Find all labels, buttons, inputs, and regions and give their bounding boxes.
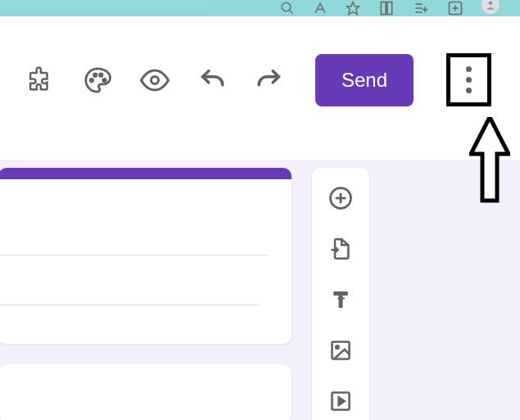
- undo-icon[interactable]: [197, 65, 228, 96]
- reading-list-icon[interactable]: [413, 0, 429, 16]
- star-icon[interactable]: [346, 1, 360, 16]
- svg-rect-4: [387, 2, 392, 15]
- form-header-toolbar: Send: [0, 16, 520, 160]
- addons-icon[interactable]: [25, 65, 56, 96]
- more-vertical-icon: [466, 66, 472, 93]
- svg-point-15: [93, 73, 96, 75]
- svg-line-1: [289, 10, 293, 14]
- redo-icon[interactable]: [254, 65, 285, 96]
- question-toolbar: [312, 168, 369, 420]
- svg-point-17: [103, 79, 106, 81]
- form-title-card[interactable]: [0, 168, 292, 344]
- svg-rect-3: [381, 2, 386, 15]
- profile-avatar[interactable]: [482, 0, 500, 14]
- zoom-icon[interactable]: [280, 1, 295, 16]
- add-image-icon[interactable]: [328, 338, 353, 363]
- send-button[interactable]: Send: [315, 54, 414, 106]
- preview-icon[interactable]: [139, 65, 170, 96]
- text-size-icon[interactable]: [313, 1, 328, 16]
- svg-marker-2: [347, 2, 359, 15]
- new-tab-icon[interactable]: [447, 0, 463, 16]
- form-description-input[interactable]: [0, 305, 259, 305]
- add-video-icon[interactable]: [328, 389, 353, 413]
- svg-marker-19: [471, 117, 509, 201]
- import-questions-icon[interactable]: [328, 237, 353, 261]
- svg-point-16: [100, 73, 102, 75]
- add-question-icon[interactable]: [328, 186, 353, 210]
- annotation-arrow-icon: [469, 117, 510, 203]
- svg-point-14: [90, 79, 93, 81]
- svg-point-18: [151, 76, 159, 84]
- svg-marker-26: [339, 397, 345, 404]
- form-accent-bar: [0, 168, 292, 179]
- palette-icon[interactable]: [82, 65, 113, 96]
- svg-point-24: [336, 345, 339, 349]
- browser-bar: [0, 0, 520, 16]
- reader-icon[interactable]: [378, 0, 395, 16]
- form-question-card[interactable]: [0, 364, 292, 420]
- svg-point-0: [282, 2, 291, 11]
- add-title-icon[interactable]: [328, 287, 353, 312]
- svg-point-13: [489, 1, 493, 5]
- more-menu-button[interactable]: [446, 53, 491, 106]
